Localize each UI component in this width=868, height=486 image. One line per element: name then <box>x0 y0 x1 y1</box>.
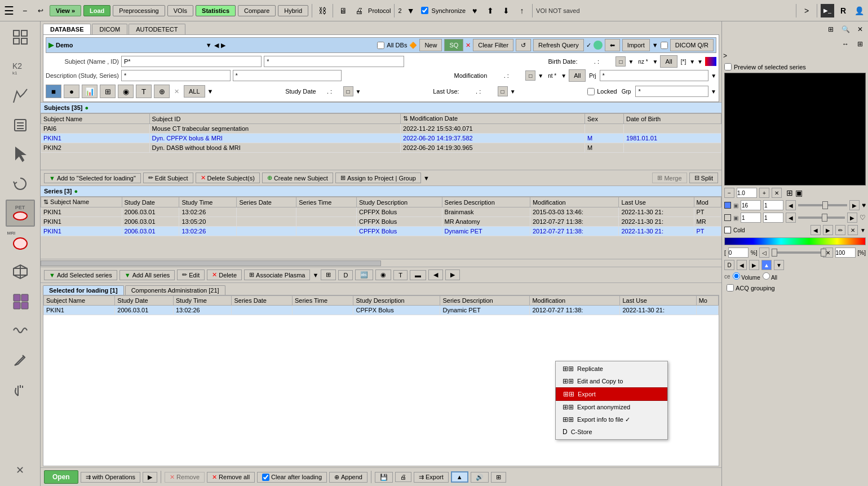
series-action-btn7[interactable]: ◀ <box>428 269 443 280</box>
new-button[interactable]: New <box>419 39 442 51</box>
rp-icon1[interactable]: ↔ <box>839 37 852 51</box>
arrow-icon[interactable]: ↩ <box>34 4 47 17</box>
assign-btn[interactable]: ⊞ Assign to Project | Group <box>335 173 421 183</box>
r-icon[interactable]: R <box>836 4 850 17</box>
export-btn[interactable]: ⇉ Export <box>414 472 449 483</box>
series-action-btn8[interactable]: ▶ <box>445 269 460 280</box>
prj-dropdown2[interactable]: ▼ <box>697 59 703 65</box>
demo-play[interactable]: ▶ <box>48 41 54 49</box>
rect-btn[interactable]: ■ <box>46 85 61 98</box>
play-btn[interactable]: ▶ <box>143 472 157 483</box>
tab-autodetect[interactable]: AUTODETECT <box>129 24 185 34</box>
series-action-btn3[interactable]: 🔤 <box>355 269 373 280</box>
clear-filter-x[interactable]: ✕ <box>466 42 471 49</box>
dicom-qr-btn[interactable]: DICOM Q/R <box>670 39 714 51</box>
col-mod-date[interactable]: ⇅ Modification Date <box>401 114 585 124</box>
desc-study-input[interactable] <box>121 70 231 81</box>
col-study-desc[interactable]: Study Description <box>356 197 442 207</box>
sidebar-icon-pencil[interactable] <box>6 346 35 373</box>
delete-subject-btn[interactable]: ✕ Delete Subject(s) <box>196 173 260 183</box>
series-scrollbar[interactable] <box>41 259 721 267</box>
series-green-dot[interactable]: ● <box>74 188 78 195</box>
circle-icon[interactable] <box>594 41 603 50</box>
col-l-study-time[interactable]: Study Time <box>173 296 232 306</box>
series-action-btn6[interactable]: ▬ <box>410 270 426 280</box>
link-btn[interactable]: ⊕ <box>154 85 170 98</box>
cloud-up-icon[interactable]: ⬆ <box>484 4 497 17</box>
layer-slider[interactable] <box>798 204 847 206</box>
table-row[interactable]: PAI6 Mouse CT trabecular segmentation 20… <box>41 124 721 134</box>
col-l-series-date[interactable]: Series Date <box>232 296 293 306</box>
col-l-mo[interactable]: Mo <box>696 296 718 306</box>
remove-btn[interactable]: ✕ Remove <box>165 472 205 483</box>
import-btn[interactable]: ⬅ <box>605 39 620 51</box>
sec-input2[interactable] <box>763 213 783 223</box>
ctx-cstore[interactable]: D C-Store <box>556 426 667 438</box>
grp-dropdown[interactable]: ▼ <box>711 89 716 95</box>
rp-close-icon[interactable]: ✕ <box>853 23 867 36</box>
delete-series-btn[interactable]: ✕ Delete <box>207 269 242 280</box>
sec-prev-btn[interactable]: ◀ <box>786 213 796 223</box>
load-button[interactable]: Load <box>83 5 110 16</box>
sidebar-icon-cursor[interactable] <box>6 141 35 168</box>
sec-slider[interactable] <box>798 217 845 219</box>
open-button[interactable]: Open <box>44 470 78 484</box>
all-btn[interactable]: ALL <box>184 85 205 98</box>
add-all-series-btn[interactable]: ▼ Add All series <box>119 270 175 280</box>
col-study-date[interactable]: Study Date <box>122 197 179 207</box>
col-mod[interactable]: Mod <box>694 197 721 207</box>
view-button[interactable]: View » <box>50 5 81 16</box>
pct-lo-input[interactable] <box>728 248 749 258</box>
sidebar-icon-rotate[interactable] <box>6 170 35 197</box>
hybrid-button[interactable]: Hybrid <box>278 5 308 16</box>
circle-btn[interactable]: ● <box>64 85 79 98</box>
rp-icon-col2[interactable]: ▣ <box>795 188 803 197</box>
color-icon[interactable] <box>705 57 716 66</box>
subjects-green-dot[interactable]: ● <box>85 104 88 111</box>
sidebar-icon-close[interactable]: ✕ <box>6 457 35 484</box>
tab-selected-loading[interactable]: Selected for loading [1] <box>43 285 124 295</box>
bar-btn[interactable]: 📊 <box>82 85 98 98</box>
col-sname[interactable]: ⇅ Subject Name <box>41 197 122 207</box>
import-dropdown[interactable]: ▼ <box>652 42 658 48</box>
col-sex[interactable]: Sex <box>585 114 624 124</box>
br-d-btn[interactable]: D <box>724 260 734 270</box>
chain-icon[interactable]: ⛓ <box>316 4 329 17</box>
zoom-reset-btn[interactable]: ✕ <box>772 188 782 198</box>
edit-subject-btn[interactable]: ✏ Edit Subject <box>143 173 193 183</box>
append-btn[interactable]: ⊕ Append <box>329 472 367 483</box>
col-l-study-date[interactable]: Study Date <box>115 296 174 306</box>
locked-checkbox[interactable] <box>587 88 595 95</box>
heart-icon[interactable]: ♥ <box>468 4 481 17</box>
lu-btn1[interactable]: □ <box>498 86 508 96</box>
table-row[interactable]: PKIN1 2006.03.01 13:02:26 CPFPX Bolus Br… <box>41 207 721 217</box>
rp-icon2[interactable]: ⊞ <box>853 37 867 51</box>
all-nt-btn[interactable]: All <box>569 69 586 82</box>
ba-icon1[interactable]: 🔊 <box>471 472 489 483</box>
dropdown-icon[interactable]: ▼ <box>404 4 418 17</box>
merge-btn[interactable]: ⊞ Merge <box>652 173 687 183</box>
add-to-loading-btn[interactable]: ▼ Add to "Selected for loading" <box>44 173 141 183</box>
subject-id-input[interactable] <box>264 56 404 67</box>
sidebar-icon-k2[interactable]: K2 k1 <box>6 53 35 80</box>
tab-components-admin[interactable]: Components Administration [21] <box>125 285 225 295</box>
series-action-btn2[interactable]: D <box>338 270 353 280</box>
statistics-button[interactable]: Statistics <box>196 5 236 16</box>
preprocessing-button[interactable]: Preprocessing <box>113 5 165 16</box>
t-btn[interactable]: T <box>136 85 152 98</box>
gt-icon[interactable]: > <box>800 4 813 17</box>
synchronize-checkbox[interactable] <box>421 7 428 14</box>
dicom-checkbox[interactable] <box>661 42 668 49</box>
demo-next[interactable]: ▶ <box>221 42 225 49</box>
sidebar-icon-settings[interactable] <box>6 112 35 139</box>
demo-dropdown[interactable]: ▼ <box>206 42 212 48</box>
associate-plasma-btn[interactable]: ⊞ Associate Plasma <box>244 269 310 280</box>
sec-input[interactable] <box>741 213 761 223</box>
vois-button[interactable]: VOIs <box>167 5 193 16</box>
preview-checkbox[interactable] <box>724 63 732 70</box>
mod-dropdown[interactable]: ▼ <box>538 73 543 79</box>
alldb-checkbox[interactable] <box>377 42 384 49</box>
demo-prev[interactable]: ◀ <box>214 42 219 49</box>
split-btn[interactable]: ⊟ Split <box>689 173 718 183</box>
sec-next-btn[interactable]: ▶ <box>847 213 857 223</box>
